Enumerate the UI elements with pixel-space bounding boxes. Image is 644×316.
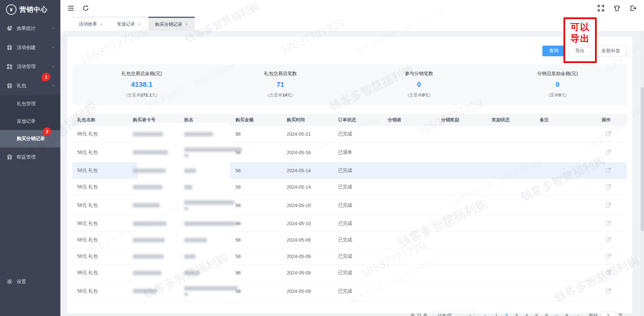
cell-reward-status (487, 126, 535, 142)
cell-name-redacted (179, 179, 231, 195)
cell-package-name: 58元 礼包 (72, 163, 128, 179)
export-record-icon[interactable] (606, 237, 611, 242)
column-header: 备注 (535, 114, 597, 126)
cell-buyer-card-redacted (128, 265, 179, 281)
cell-distributor (383, 232, 436, 248)
gift-submenu: 礼包管理发放记录购买分销记录2 (0, 95, 60, 147)
cell-order-status: 已退单 (333, 142, 383, 163)
export-record-icon[interactable] (606, 167, 611, 173)
cell-date: 2024-05-21 (282, 126, 333, 142)
sidebar-subitem-purchase-distribution-records[interactable]: 购买分销记录2 (0, 130, 60, 147)
query-button[interactable]: 查询 (542, 46, 565, 56)
close-icon[interactable]: × (100, 22, 103, 26)
sidebar-item-rights-manage[interactable]: 权益管理 (0, 147, 60, 167)
export-button[interactable]: 导出 (569, 46, 591, 56)
table-row: 58元 礼包582024-05-16已退单 (72, 142, 627, 163)
export-record-icon[interactable] (606, 253, 611, 259)
page-number-3[interactable]: 3 (512, 311, 522, 316)
stat-value: 0 (488, 80, 627, 88)
reissue-all-button[interactable]: 全部补发 (595, 46, 627, 56)
theme-icon[interactable] (614, 5, 621, 12)
goto-page-input[interactable] (601, 311, 615, 316)
tab-label: 购买分销记录 (155, 21, 182, 27)
redacted-blur (184, 254, 196, 259)
cell-reward-status (487, 163, 535, 179)
cell-remark (535, 265, 597, 281)
table-row: 98元 礼包982024-05-21已完成 (72, 126, 627, 142)
cell-reward-status (487, 232, 535, 248)
cell-order-status: 已完成 (333, 248, 383, 265)
cell-package-name: 98元 礼包 (72, 265, 128, 281)
sidebar-item-settings[interactable]: 设置 (0, 272, 60, 291)
cell-order-status: 已完成 (333, 126, 383, 142)
sidebar-item-label: 活动管理 (17, 64, 36, 70)
gift-icon (7, 83, 12, 88)
export-record-icon[interactable] (606, 149, 611, 155)
redacted-blur (133, 132, 163, 136)
cell-package-name: 58元 礼包 (72, 232, 128, 248)
table-row: 58元 礼包582024-05-09已完成 (72, 232, 627, 248)
page-number-6[interactable]: 6 (542, 311, 552, 316)
fullscreen-icon[interactable] (598, 5, 604, 12)
table-row: 58元 礼包582024-05-14已完成 (72, 179, 627, 195)
export-record-icon[interactable] (606, 184, 611, 189)
export-record-icon[interactable] (606, 220, 611, 226)
tab-label: 发放记录 (117, 21, 135, 27)
tab-1[interactable]: 活动效果× (72, 17, 109, 31)
cell-distributor (383, 142, 436, 163)
tab-2[interactable]: 发放记录× (110, 17, 148, 31)
export-record-icon[interactable] (606, 131, 611, 136)
page-size-select[interactable]: 10条/页 (433, 311, 475, 316)
gear-icon (7, 279, 12, 285)
cell-amount: 58 (231, 163, 282, 179)
cell-package-name: 58元 礼包 (72, 195, 128, 215)
sidebar-item-activity-create[interactable]: 活动创建 (0, 38, 60, 57)
cell-amount: 58 (231, 142, 282, 163)
sidebar-item-gift-package[interactable]: 礼包1 (0, 76, 60, 95)
cell-remark (535, 195, 597, 215)
redacted-blur (184, 207, 188, 210)
sidebar-subitem-issue-records[interactable]: 发放记录 (0, 113, 60, 130)
cell-remark (535, 179, 597, 195)
table-row: 58元 礼包582024-05-09已完成 (72, 248, 627, 265)
next-page-button[interactable]: › (574, 311, 583, 316)
export-record-icon[interactable] (606, 269, 611, 275)
sidebar-item-activity-manage[interactable]: 活动管理 (0, 57, 60, 76)
yuan-logo-icon: ¥ (6, 4, 16, 15)
sidebar-item-effect-stats[interactable]: 效果统计 (0, 19, 60, 38)
cell-distribution-reward (436, 248, 487, 265)
cell-name-redacted (179, 126, 231, 142)
refresh-icon[interactable] (83, 5, 89, 12)
page-number-2[interactable]: 2 (501, 311, 512, 316)
page-number-5[interactable]: 5 (532, 311, 542, 316)
cell-name-redacted (179, 248, 231, 265)
prev-page-button[interactable]: ‹ (481, 311, 489, 316)
collapse-menu-icon[interactable] (68, 5, 74, 12)
cell-distributor (383, 179, 436, 195)
page-number-8[interactable]: 8 (562, 311, 572, 316)
cell-remark (535, 232, 597, 248)
cell-order-status: 已完成 (333, 163, 383, 179)
column-header: 分销奖励 (436, 114, 487, 126)
sidebar-item-label: 效果统计 (17, 25, 36, 31)
cell-name-redacted (179, 215, 231, 232)
scrollbar-thumb[interactable] (641, 87, 644, 231)
tab-3[interactable]: 购买分销记录× (148, 17, 195, 31)
cell-date: 2024-05-09 (282, 232, 333, 248)
gift-icon (7, 154, 12, 160)
export-record-icon[interactable] (606, 288, 611, 294)
page-number-1[interactable]: 1 (491, 311, 501, 316)
page-size-value: 10条/页 (437, 313, 452, 316)
export-record-icon[interactable] (606, 202, 611, 208)
logout-icon[interactable] (630, 5, 637, 12)
sidebar-subitem-gift-manage[interactable]: 礼包管理 (0, 95, 60, 113)
stat-label: 礼包交易总笔数 (211, 71, 350, 77)
stat-label: 礼包交易总金额(元) (72, 71, 211, 77)
cell-distributor (383, 281, 436, 301)
cell-remark (535, 281, 597, 301)
close-icon[interactable]: × (185, 22, 188, 26)
close-icon[interactable]: × (138, 22, 141, 26)
column-header: 分销者 (383, 114, 436, 126)
app-title: 营销中心 (19, 5, 48, 14)
page-number-4[interactable]: 4 (522, 311, 532, 316)
